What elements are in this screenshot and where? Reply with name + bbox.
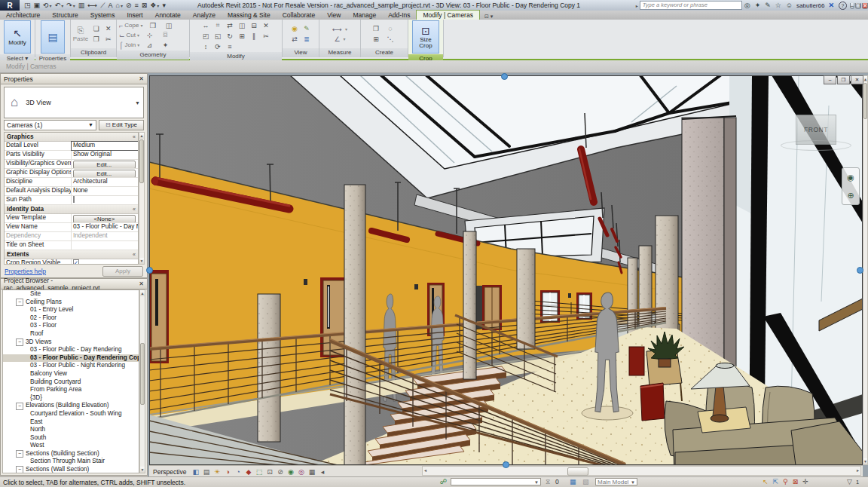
- tab-systems[interactable]: Systems: [84, 11, 121, 20]
- tab-insert[interactable]: Insert: [121, 11, 148, 20]
- tab-collaborate[interactable]: Collaborate: [277, 11, 321, 20]
- property-value[interactable]: Architectural: [72, 178, 138, 186]
- property-value[interactable]: Show Original: [72, 151, 138, 159]
- linework-icon[interactable]: ⇄: [289, 35, 301, 44]
- user-icon[interactable]: ☺: [786, 2, 793, 9]
- type-selector[interactable]: ⌂ 3D View ▼: [4, 87, 144, 118]
- checkbox[interactable]: ✓: [73, 259, 79, 265]
- active-workset-select[interactable]: ▼: [451, 478, 541, 485]
- tree-item-03-floor-public-night-rendering[interactable]: 03 - Floor Public - Night Rendering: [3, 362, 139, 370]
- trim-icon[interactable]: ⊟: [249, 20, 260, 30]
- collapse-icon[interactable]: −: [16, 450, 23, 458]
- tree-item-03-floor[interactable]: 03 - Floor: [3, 322, 139, 330]
- subscription-icon[interactable]: ✎: [765, 2, 771, 9]
- tab-add-ins[interactable]: Add-Ins: [382, 11, 416, 20]
- tree-item-03-floor-public-day-rendering[interactable]: 03 - Floor Public - Day Rendering: [3, 346, 139, 354]
- cope-tool[interactable]: ⌐Cope▾❒◫: [119, 20, 187, 30]
- default-3d-view-icon[interactable]: ⌂▾: [114, 1, 124, 10]
- crop-view-icon[interactable]: ⬚: [254, 467, 264, 476]
- sun-path-off-icon[interactable]: ☀: [212, 467, 222, 476]
- close-icon[interactable]: ✕: [139, 75, 144, 82]
- collapse-icon[interactable]: −: [16, 403, 23, 410]
- crop-handle-left[interactable]: [146, 267, 153, 274]
- split-face-icon[interactable]: ⊹: [144, 30, 155, 40]
- favorites-icon[interactable]: ☆: [775, 2, 781, 9]
- property-value[interactable]: Independent: [72, 232, 138, 240]
- match-type-icon[interactable]: ❏: [90, 24, 102, 34]
- tree-item-from-parking-area[interactable]: From Parking Area: [3, 386, 139, 394]
- view-close-button[interactable]: ✕: [851, 75, 863, 84]
- apply-button[interactable]: Apply: [102, 266, 143, 277]
- view-minimize-button[interactable]: –: [824, 75, 836, 84]
- group-icon[interactable]: ◌: [385, 24, 396, 34]
- unlocked-view-icon[interactable]: ⊘: [275, 467, 285, 476]
- filter-icon[interactable]: ▽: [847, 478, 852, 486]
- edit-button[interactable]: <None>: [73, 215, 136, 223]
- join-tool[interactable]: ⌠Join▾⊿✦: [119, 40, 187, 50]
- edit-button[interactable]: Edit...: [73, 161, 136, 169]
- zoom-icon[interactable]: ⊕: [847, 191, 854, 201]
- 3d-scene[interactable]: [149, 75, 863, 465]
- move-icon[interactable]: ◰: [200, 31, 212, 41]
- tree-item-west[interactable]: West: [3, 442, 139, 450]
- tree-item-ceiling-plans[interactable]: −Ceiling Plans: [3, 299, 139, 307]
- exchange-apps-icon[interactable]: ✕: [828, 2, 834, 9]
- beam-joins-icon[interactable]: ◫: [163, 20, 174, 30]
- property-value[interactable]: [72, 196, 138, 204]
- checkbox[interactable]: [73, 196, 75, 203]
- viewport-vscrollbar[interactable]: ▲ ▼: [863, 75, 868, 465]
- measure-between-icon[interactable]: ⟷▾: [332, 24, 347, 34]
- modify-button[interactable]: ↖ Modify: [4, 20, 31, 54]
- scale-icon[interactable]: ↕: [200, 41, 212, 51]
- signin-user[interactable]: sabutler66: [796, 2, 824, 9]
- legend-component-icon[interactable]: ❐: [371, 24, 382, 34]
- rotate-icon[interactable]: ↻: [225, 31, 236, 41]
- delete-element-icon[interactable]: ✕: [261, 20, 272, 30]
- properties-toggle-button[interactable]: ▤: [41, 20, 65, 54]
- text-icon[interactable]: A: [106, 1, 114, 10]
- show-rendering-dialog-icon[interactable]: ◆: [243, 467, 253, 476]
- communication-center-icon[interactable]: ✦: [755, 2, 761, 9]
- tree-item-building-courtyard[interactable]: Building Courtyard: [3, 378, 139, 387]
- close-icon[interactable]: ✕: [139, 280, 144, 287]
- assembly-icon[interactable]: ⊞: [371, 35, 382, 44]
- tree-item-site[interactable]: Site: [3, 290, 139, 299]
- crop-handle-bottom[interactable]: [503, 461, 509, 468]
- properties-scrollbar[interactable]: ▲ ▼: [139, 132, 145, 265]
- minimize-button[interactable]: –: [850, 3, 854, 9]
- collapse-icon[interactable]: −: [16, 338, 23, 346]
- collapse-icon[interactable]: −: [16, 299, 23, 306]
- drag-on-selection-icon[interactable]: ✛: [802, 478, 808, 486]
- property-value[interactable]: ✓: [72, 259, 138, 265]
- aligned-dimension-icon[interactable]: ⟋: [99, 1, 106, 10]
- shadows-off-icon[interactable]: ◑: [222, 467, 232, 476]
- unpin-icon[interactable]: ✂: [261, 31, 272, 41]
- tree-item-03-floor-public-day-rendering-copy-1[interactable]: 03 - Floor Public - Day Rendering Copy 1: [3, 354, 139, 363]
- tab-architecture[interactable]: Architecture: [0, 11, 46, 20]
- switch-windows-icon[interactable]: ❖▾: [148, 1, 160, 10]
- tab-manage[interactable]: Manage: [347, 11, 382, 20]
- select-by-face-icon[interactable]: ⊠: [793, 478, 799, 486]
- show-crop-region-icon[interactable]: ⊡: [264, 467, 274, 476]
- left-column-low[interactable]: [258, 294, 280, 442]
- section-icon[interactable]: ⊘: [124, 1, 133, 10]
- crop-handle-top[interactable]: [501, 73, 508, 80]
- steering-wheel-icon[interactable]: ◉: [847, 173, 854, 182]
- tree-item-south[interactable]: South: [3, 434, 139, 443]
- paste-button[interactable]: Paste: [73, 35, 88, 42]
- cut-icon[interactable]: ✂: [102, 35, 114, 44]
- viewport-hscrollbar[interactable]: ◂▸: [422, 466, 861, 476]
- visual-style-icon[interactable]: ▤: [201, 467, 211, 476]
- active-design-option-select[interactable]: Main Model▼: [595, 478, 637, 485]
- demolish-icon[interactable]: ⊿: [144, 40, 155, 50]
- section-header-identity-data[interactable]: Identity Data«: [5, 205, 138, 214]
- hide-elements-icon[interactable]: ◉: [289, 24, 301, 34]
- tree-item-01-entry-level[interactable]: 01 - Entry Level: [3, 306, 139, 314]
- ribbon-toggle-icon[interactable]: ⊡ ▾: [484, 14, 493, 20]
- design-options-icon[interactable]: ▧: [582, 478, 589, 486]
- undo-icon[interactable]: ↶▾: [53, 1, 66, 10]
- tree-item-north[interactable]: North: [3, 426, 139, 434]
- properties-header[interactable]: Properties ✕: [1, 74, 147, 84]
- wall-joins-icon[interactable]: ❒: [147, 20, 158, 30]
- measure-icon[interactable]: ⟷: [86, 1, 99, 10]
